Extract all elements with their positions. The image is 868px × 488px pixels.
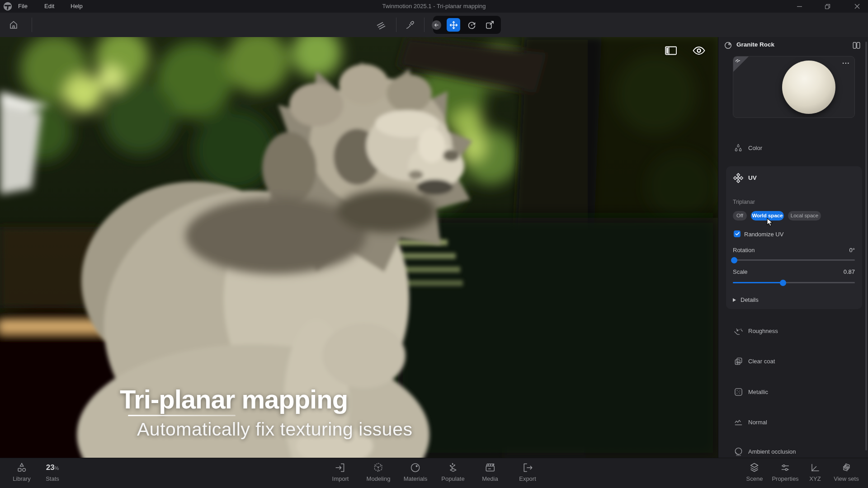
library-button[interactable]: Library: [13, 462, 31, 482]
viewport-image: [0, 37, 718, 458]
ambient-occlusion-icon: [733, 446, 744, 457]
match-lines-icon[interactable]: [375, 19, 387, 31]
properties-label: Properties: [772, 475, 798, 482]
roughness-row-label[interactable]: Roughness: [748, 328, 778, 334]
color-row-label[interactable]: Color: [748, 145, 762, 151]
export-icon: [522, 462, 533, 474]
populate-button[interactable]: Populate: [441, 462, 464, 482]
material-preview-card[interactable]: ...: [733, 56, 855, 118]
rotation-slider[interactable]: [733, 259, 855, 261]
move-tool-icon[interactable]: [447, 18, 460, 32]
scale-tool-icon[interactable]: [485, 20, 495, 30]
view-sets-button[interactable]: View sets: [834, 462, 859, 482]
viewport-overlay-title: Tri-planar mapping: [120, 384, 348, 414]
title-bar: File Edit Help Twinmotion 2025.1 - Tri-p…: [0, 0, 868, 13]
more-options-icon[interactable]: ...: [842, 57, 850, 65]
uv-cross-icon: [732, 172, 744, 184]
clear-coat-row-label[interactable]: Clear coat: [748, 358, 775, 365]
stats-label: Stats: [46, 475, 59, 482]
preview-corner-badge: [733, 56, 749, 72]
toolbar-divider: [396, 18, 396, 32]
randomize-uv-checkbox[interactable]: [734, 230, 741, 237]
scene-label: Scene: [746, 475, 763, 482]
randomize-uv-label: Randomize UV: [744, 231, 783, 238]
rotation-slider-handle[interactable]: [731, 257, 737, 263]
home-icon[interactable]: [8, 19, 19, 30]
back-arrow-icon[interactable]: [432, 20, 441, 30]
export-button[interactable]: Export: [519, 462, 536, 482]
details-disclosure[interactable]: Details: [733, 296, 759, 303]
panel-toggle-icon[interactable]: [665, 46, 677, 56]
menu-file[interactable]: File: [14, 0, 32, 13]
xyz-label: XYZ: [809, 475, 821, 482]
triplanar-label: Triplanar: [733, 199, 755, 205]
uv-section-title[interactable]: UV: [748, 174, 757, 181]
scale-label: Scale: [733, 268, 748, 275]
viewport-overlay-underline: [128, 415, 236, 416]
viewport-3d-view[interactable]: Tri-planar mapping Automatically fix tex…: [0, 37, 718, 458]
scene-icon: [749, 462, 760, 474]
split-view-icon[interactable]: [852, 42, 861, 49]
media-label: Media: [482, 475, 498, 482]
metallic-row-label[interactable]: Metallic: [748, 389, 768, 395]
viewport-overlay-subtitle: Automatically fix texturing issues: [137, 419, 412, 440]
toolbar: [0, 13, 868, 37]
clear-coat-icon: [733, 356, 744, 366]
normal-row-label[interactable]: Normal: [748, 419, 767, 426]
roughness-icon: [733, 326, 744, 336]
color-drops-icon: [733, 143, 743, 153]
stats-percentage: 23%: [46, 462, 59, 474]
scene-button[interactable]: Scene: [746, 462, 763, 482]
minimize-icon[interactable]: [789, 0, 810, 13]
library-label: Library: [13, 475, 31, 482]
materials-button[interactable]: Materials: [404, 462, 428, 482]
properties-button[interactable]: Properties: [772, 462, 798, 482]
metallic-icon: [733, 387, 744, 397]
toolbar-divider: [424, 18, 425, 32]
rotation-label: Rotation: [733, 247, 755, 253]
populate-icon: [447, 462, 459, 474]
library-icon: [16, 462, 28, 474]
material-ball-icon: [724, 41, 732, 50]
rotate-tool-icon[interactable]: [467, 20, 477, 30]
restore-icon[interactable]: [817, 0, 838, 13]
materials-label: Materials: [404, 475, 428, 482]
uv-section-card: UV Triplanar Off World space Local space…: [726, 166, 862, 309]
scale-value: 0.87: [844, 268, 855, 275]
import-icon: [335, 462, 346, 474]
media-button[interactable]: Media: [482, 462, 498, 482]
eye-icon[interactable]: [692, 46, 706, 56]
triplanar-option[interactable]: World space: [751, 211, 784, 221]
window-title: Twinmotion 2025.1 - Tri-planar mapping: [0, 0, 868, 13]
twinmotion-logo-icon: [3, 1, 13, 11]
close-icon[interactable]: [847, 0, 868, 13]
menu-help[interactable]: Help: [66, 0, 87, 13]
view-sets-label: View sets: [834, 475, 859, 482]
rotation-value: 0°: [849, 247, 855, 253]
scale-slider[interactable]: [733, 282, 855, 283]
xyz-icon: [809, 462, 821, 474]
xyz-button[interactable]: XYZ: [809, 462, 821, 482]
export-label: Export: [519, 475, 536, 482]
triplanar-option[interactable]: Local space: [788, 211, 821, 221]
modeling-icon: [373, 462, 384, 474]
material-sphere-preview: [782, 61, 835, 114]
scale-slider-handle[interactable]: [780, 280, 786, 286]
media-icon: [484, 462, 496, 474]
import-label: Import: [332, 475, 349, 482]
view-sets-icon: [840, 462, 852, 474]
normal-icon: [733, 417, 744, 427]
modeling-label: Modeling: [367, 475, 391, 482]
triplanar-option[interactable]: Off: [733, 211, 747, 221]
modeling-button[interactable]: Modeling: [367, 462, 391, 482]
scale-slider-fill: [733, 282, 783, 283]
eyedropper-icon[interactable]: [405, 19, 415, 30]
panel-scrollbar[interactable]: [865, 42, 867, 450]
stats-button[interactable]: 23% Stats: [46, 462, 59, 482]
ambient-occlusion-row-label[interactable]: Ambient occlusion: [748, 448, 796, 455]
import-button[interactable]: Import: [332, 462, 349, 482]
details-label: Details: [741, 296, 759, 303]
properties-icon: [779, 462, 791, 474]
material-properties-panel: Granite Rock ... Color UV Triplanar Off …: [718, 37, 868, 458]
menu-edit[interactable]: Edit: [40, 0, 59, 13]
